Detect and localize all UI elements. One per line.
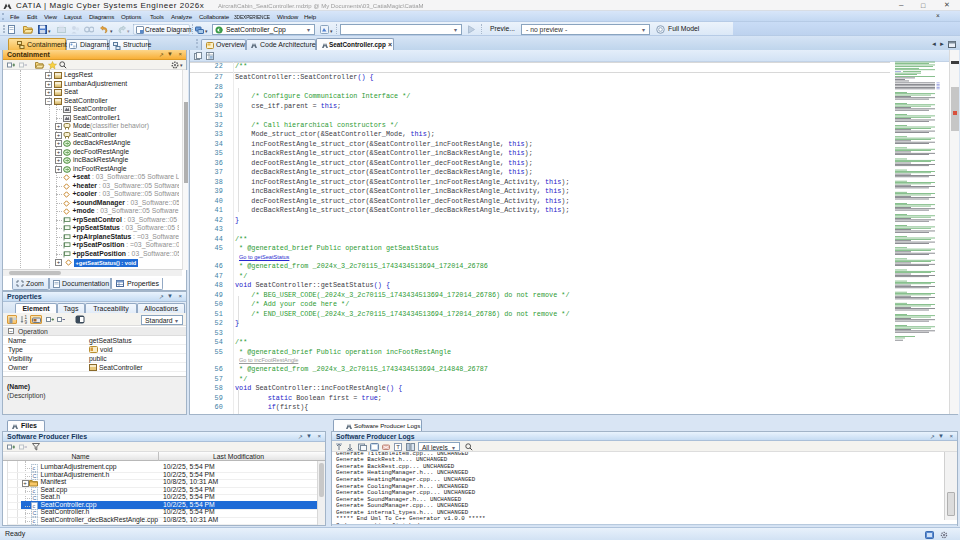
svg-text:c: c [33, 465, 36, 471]
svg-text:C: C [33, 495, 37, 501]
svg-text:9: 9 [25, 320, 28, 325]
svg-text:c: c [33, 488, 36, 494]
svg-text:c: c [33, 503, 36, 509]
svg-text:c: c [33, 518, 36, 524]
svg-text:C: C [33, 510, 37, 516]
svg-text:C: C [33, 473, 37, 479]
